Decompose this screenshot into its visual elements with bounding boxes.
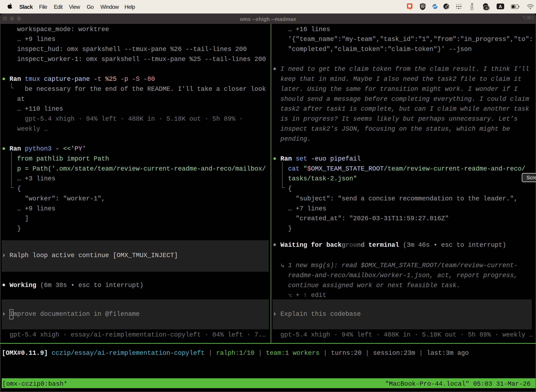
- svg-text:..61: ..61: [484, 6, 489, 10]
- svg-text:A: A: [499, 4, 502, 9]
